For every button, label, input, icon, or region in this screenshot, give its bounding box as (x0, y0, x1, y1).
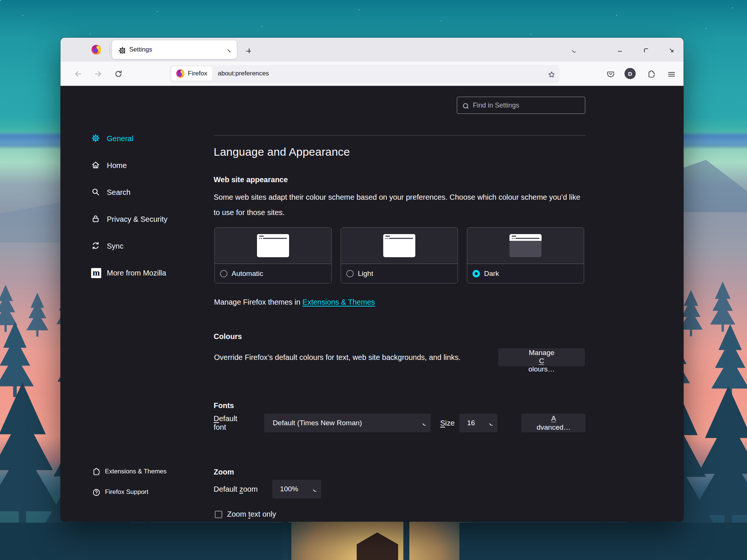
radio-label: Dark (484, 270, 499, 278)
sidebar-item-label: Search (107, 188, 130, 197)
manage-themes-line: Manage Firefox themes in Extensions & Th… (214, 298, 375, 307)
theme-option-row: Light (341, 264, 458, 283)
appearance-option-dark[interactable]: Dark (467, 227, 584, 283)
tab-settings[interactable]: Settings (112, 40, 237, 59)
default-zoom-dropdown[interactable]: 100% (272, 480, 321, 498)
sidebar-footer: Extensions & Themes Firefox Support (61, 461, 214, 502)
search-icon (91, 187, 101, 197)
default-font-dropdown[interactable]: Default (Times New Roman) (264, 414, 431, 432)
radio-label: Automatic (232, 270, 263, 278)
extensions-button[interactable] (644, 68, 657, 79)
theme-option-row: Dark (467, 264, 584, 283)
account-avatar[interactable]: D (624, 68, 636, 79)
browser-thumbnail-light-icon (257, 234, 289, 257)
sidebar-item-search[interactable]: Search (61, 179, 214, 206)
theme-preview (467, 228, 584, 264)
settings-page: General Home Search Privacy & Security (61, 86, 684, 522)
colours-heading: Colours (214, 332, 242, 341)
find-in-settings[interactable] (457, 97, 585, 114)
font-size-value: 16 (467, 419, 475, 427)
back-button[interactable] (71, 67, 84, 80)
pocket-button[interactable] (604, 68, 616, 79)
zoom-text-only-label: Zoom text only (227, 510, 276, 519)
appearance-option-light[interactable]: Light (341, 227, 458, 283)
section-divider (214, 135, 586, 136)
theme-preview (215, 228, 331, 264)
url-bar[interactable]: Firefox about:preferences (170, 65, 559, 82)
theme-preview (341, 228, 458, 264)
chevron-down-icon (570, 47, 576, 53)
wallpaper-stars (0, 0, 1, 1)
default-zoom-label: Default zoom (214, 485, 258, 494)
extensions-themes-link[interactable]: Extensions & Themes (303, 298, 375, 306)
sidebar-item-extensions-themes[interactable]: Extensions & Themes (61, 461, 214, 482)
home-icon (91, 161, 101, 171)
default-font-label: Default font (214, 414, 252, 432)
sidebar-item-more-from-mozilla[interactable]: m More from Mozilla (61, 259, 214, 286)
radio-label: Light (358, 270, 373, 278)
font-size-dropdown[interactable]: 16 (459, 414, 498, 432)
tab-bar: Settings (61, 38, 684, 62)
colours-description: Override Firefox’s default colours for t… (214, 348, 461, 366)
zoom-row: Default zoom 100% (214, 480, 321, 498)
search-icon (462, 102, 468, 109)
sidebar-item-privacy-security[interactable]: Privacy & Security (61, 206, 214, 233)
manage-themes-text: Manage Firefox themes in (214, 298, 300, 306)
forward-arrow-icon (94, 69, 102, 78)
app-menu-button[interactable] (664, 68, 677, 79)
sidebar-item-sync[interactable]: Sync (61, 233, 214, 259)
chevron-down-icon (311, 486, 316, 492)
fonts-row: Default font Default (Times New Roman) S… (214, 414, 586, 432)
firefox-logo-icon (176, 69, 185, 78)
sidebar-item-label: Firefox Support (105, 488, 148, 496)
theme-option-row: Automatic (215, 264, 331, 283)
list-all-tabs-button[interactable] (565, 43, 580, 56)
browser-thumbnail-dark-icon (509, 234, 542, 257)
website-appearance-heading: Web site appearance (214, 175, 288, 184)
sidebar-item-firefox-support[interactable]: Firefox Support (61, 482, 214, 502)
new-tab-button[interactable] (241, 43, 254, 56)
advanced-fonts-button[interactable]: Advanced… (521, 414, 586, 432)
window-minimize-button[interactable] (610, 41, 627, 57)
bookmark-star-button[interactable] (545, 68, 556, 79)
window-maximize-button[interactable] (636, 41, 654, 57)
sidebar-item-label: More from Mozilla (107, 269, 166, 277)
settings-main: Language and Appearance Web site appeara… (214, 86, 586, 522)
plus-icon (245, 47, 251, 53)
puzzle-icon (647, 70, 655, 78)
find-in-settings-input[interactable] (472, 101, 585, 110)
reload-button[interactable] (111, 67, 125, 80)
sidebar-item-label: Home (107, 161, 127, 170)
appearance-option-automatic[interactable]: Automatic (214, 227, 332, 283)
close-icon (668, 47, 673, 52)
window-close-button[interactable] (662, 41, 679, 57)
default-zoom-value: 100% (280, 485, 298, 493)
sidebar-item-label: Privacy & Security (107, 215, 167, 224)
sidebar-item-general[interactable]: General (61, 125, 214, 152)
radio-light[interactable] (346, 270, 354, 277)
tab-close-button[interactable] (223, 44, 233, 55)
site-identity-chip[interactable]: Firefox (171, 66, 212, 81)
manage-colours-button[interactable]: Manage Colours… (498, 348, 585, 366)
tab-separator (109, 44, 110, 55)
default-font-value: Default (Times New Roman) (273, 419, 362, 427)
chevron-down-icon (421, 420, 426, 426)
zoom-text-only-row: Zoom text only (215, 510, 276, 519)
sidebar-item-label: Extensions & Themes (105, 468, 167, 475)
radio-automatic[interactable] (220, 270, 227, 277)
forward-button[interactable] (91, 67, 105, 80)
desktop: Settings (0, 0, 747, 560)
radio-dark[interactable] (472, 270, 480, 277)
tab-title: Settings (129, 46, 223, 53)
site-identity-label: Firefox (188, 70, 207, 77)
sidebar-item-home[interactable]: Home (61, 152, 214, 179)
appearance-options: Automatic Light (214, 227, 584, 283)
page-title: Language and Appearance (214, 146, 350, 158)
zoom-heading: Zoom (214, 468, 234, 476)
puzzle-icon (92, 467, 100, 475)
mozilla-icon: m (91, 268, 101, 278)
navigation-toolbar: Firefox about:preferences D (61, 62, 684, 86)
maximize-icon (642, 47, 648, 52)
zoom-text-only-checkbox[interactable] (215, 511, 222, 518)
pocket-icon (606, 70, 614, 78)
